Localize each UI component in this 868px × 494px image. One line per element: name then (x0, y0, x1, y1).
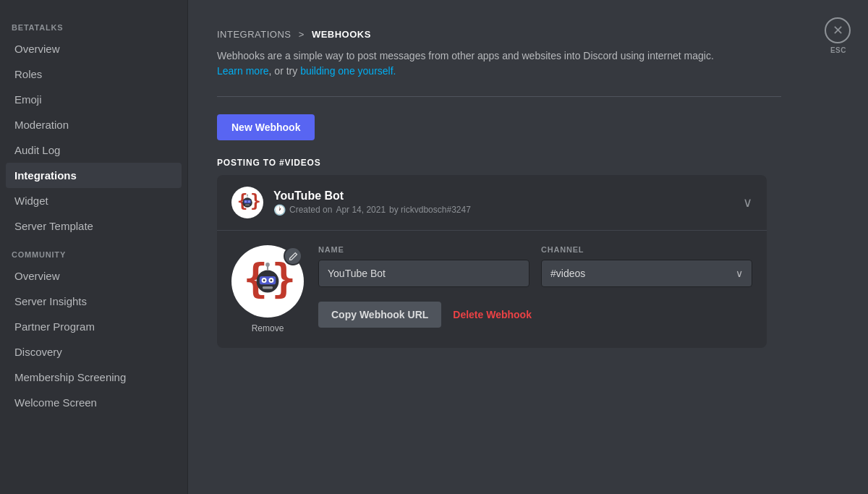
new-webhook-button[interactable]: New Webhook (217, 114, 315, 140)
avatar-section: { } (231, 245, 304, 333)
sidebar-item-moderation[interactable]: Moderation (6, 112, 182, 137)
svg-point-9 (247, 195, 248, 196)
avatar-edit-button[interactable] (284, 247, 302, 265)
sidebar-item-audit-log[interactable]: Audit Log (6, 137, 182, 163)
sidebar-item-emoji[interactable]: Emoji (6, 87, 182, 112)
breadcrumb: INTEGRATIONS > WEBHOOKS (217, 29, 839, 40)
sidebar-item-membership-screening[interactable]: Membership Screening (6, 365, 182, 390)
sidebar-item-roles[interactable]: Roles (6, 61, 182, 87)
svg-rect-6 (244, 200, 251, 204)
name-label: NAME (318, 245, 529, 254)
build-yourself-link[interactable]: building one yourself. (300, 65, 396, 77)
webhook-avatar-large: { } (231, 245, 304, 318)
chevron-down-icon: ∨ (743, 195, 752, 210)
svg-rect-19 (263, 286, 273, 289)
breadcrumb-start: INTEGRATIONS (217, 29, 292, 40)
webhook-meta: 🕐 Created on Apr 14, 2021 by rickvdbosch… (273, 204, 743, 216)
close-button[interactable]: ✕ (825, 17, 851, 43)
name-input[interactable] (318, 260, 529, 287)
learn-more-link[interactable]: Learn more (217, 65, 269, 77)
sidebar-server-label: BETATALKS (6, 12, 182, 36)
sidebar-item-widget[interactable]: Widget (6, 188, 182, 213)
sidebar-item-server-template[interactable]: Server Template (6, 213, 182, 239)
channel-select[interactable]: #videos ∨ (541, 260, 752, 287)
webhook-body: { } (217, 230, 767, 348)
form-row: NAME CHANNEL #videos ∨ (318, 245, 752, 287)
main-content: ✕ ESC INTEGRATIONS > WEBHOOKS Webhooks a… (188, 0, 868, 494)
webhook-card: { } YouTube Bot (217, 175, 767, 348)
form-fields: NAME CHANNEL #videos ∨ Copy Webhook (318, 245, 752, 328)
sidebar-item-integrations[interactable]: Integrations (6, 163, 182, 188)
webhook-header[interactable]: { } YouTube Bot (217, 175, 767, 230)
channel-label: CHANNEL (541, 245, 752, 254)
webhook-name: YouTube Bot (273, 189, 743, 203)
sidebar: BETATALKS Overview Roles Emoji Moderatio… (0, 0, 188, 494)
channel-select-chevron-icon: ∨ (736, 268, 743, 279)
sidebar-item-community-overview[interactable]: Overview (6, 263, 182, 289)
svg-point-18 (271, 279, 273, 281)
form-actions: Copy Webhook URL Delete Webhook (318, 302, 752, 328)
name-form-group: NAME (318, 245, 529, 287)
webhook-avatar-small: { } (231, 187, 263, 218)
delete-webhook-button[interactable]: Delete Webhook (453, 309, 532, 320)
webhook-form-row: { } (231, 231, 752, 333)
channel-select-value: #videos (550, 268, 585, 279)
page-description: Webhooks are a simple way to post messag… (217, 48, 767, 79)
breadcrumb-separator: > (299, 29, 305, 40)
divider (217, 96, 781, 97)
sidebar-item-server-insights[interactable]: Server Insights (6, 289, 182, 314)
channel-form-group: CHANNEL #videos ∨ (541, 245, 752, 287)
breadcrumb-end: WEBHOOKS (312, 29, 371, 40)
svg-point-21 (265, 263, 270, 267)
sidebar-item-welcome-screen[interactable]: Welcome Screen (6, 390, 182, 415)
sidebar-community-label: COMMUNITY (6, 239, 182, 263)
close-label: ESC (830, 46, 846, 54)
copy-webhook-url-button[interactable]: Copy Webhook URL (318, 302, 441, 328)
sidebar-item-overview[interactable]: Overview (6, 36, 182, 61)
avatar-remove-button[interactable]: Remove (252, 323, 284, 333)
posting-to-channel: #VIDEOS (279, 158, 321, 168)
svg-rect-7 (245, 205, 250, 205)
sidebar-item-discovery[interactable]: Discovery (6, 339, 182, 365)
posting-to-label: POSTING TO #VIDEOS (217, 158, 839, 168)
svg-point-17 (263, 279, 265, 281)
webhook-header-info: YouTube Bot 🕐 Created on Apr 14, 2021 by… (273, 189, 743, 216)
sidebar-item-partner-program[interactable]: Partner Program (6, 314, 182, 339)
